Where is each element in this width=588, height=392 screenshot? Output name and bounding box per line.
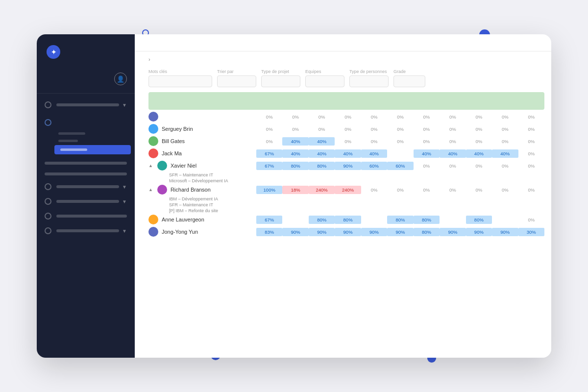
person-name: Bill Gates — [162, 138, 185, 144]
expand-icon[interactable]: ▲ — [148, 187, 153, 192]
person-info: Jong-Yong Yun — [148, 226, 256, 238]
filter-input-equipes[interactable] — [305, 75, 344, 87]
pct-cell: 90% — [335, 162, 361, 170]
pct-cell: 0% — [387, 137, 413, 146]
pct-cell: 0% — [414, 186, 440, 194]
row-data-cols: 100%18%240%240%0%0%0%0%0%0%0% — [256, 186, 544, 194]
sidebar-item-2[interactable] — [37, 158, 135, 169]
user-section[interactable]: 👤 — [37, 68, 135, 94]
pct-cell: 0% — [414, 162, 440, 170]
pct-cell: 60% — [361, 162, 387, 170]
filter-label-trier: Trier par — [217, 69, 256, 74]
person-info: Jack Ma — [148, 147, 256, 159]
filter-mots-cles: Mots clés — [148, 69, 212, 87]
table-row: Bill Gates0%40%40%0%0%0%0%0%0%0%0% — [148, 135, 544, 147]
filter-input-type-projet[interactable] — [261, 75, 300, 87]
pct-cell: 0% — [492, 162, 518, 170]
pct-cell: 0% — [466, 137, 492, 146]
pct-cell: 40% — [335, 149, 361, 158]
pct-cell: 0% — [256, 113, 282, 121]
pct-cell — [282, 216, 308, 224]
pct-cell: 80% — [466, 216, 492, 224]
staffing-sub-1[interactable] — [50, 130, 135, 137]
pct-cell: 67% — [256, 162, 282, 170]
main-header — [135, 34, 551, 51]
sidebar-item-6[interactable] — [37, 209, 135, 223]
weeks-selector[interactable]: › — [135, 51, 551, 65]
filter-input-grade[interactable] — [393, 75, 425, 87]
pct-cell: 240% — [335, 186, 361, 194]
sub-project-label: Microsoft – Développement IA — [148, 178, 544, 184]
sidebar-item-4[interactable]: ▼ — [37, 179, 135, 194]
user-avatar[interactable]: 👤 — [114, 73, 127, 85]
filter-input-trier[interactable] — [217, 75, 256, 87]
pct-cell: 0% — [518, 137, 544, 146]
pct-cell: 80% — [335, 216, 361, 224]
pct-cell: 0% — [518, 125, 544, 133]
pct-cell: 0% — [440, 186, 466, 194]
pct-cell: 90% — [440, 228, 466, 236]
row-data-cols: 83%90%90%90%90%90%80%90%90%90%30% — [256, 228, 544, 236]
pct-cell: 0% — [309, 113, 335, 121]
staffing-sub-2[interactable] — [50, 137, 135, 145]
nav-circle-icon — [45, 183, 51, 190]
nav-bar — [56, 185, 119, 188]
nav-bar — [56, 215, 127, 218]
pct-cell: 18% — [282, 186, 308, 194]
pct-cell: 0% — [361, 113, 387, 121]
pct-cell: 80% — [414, 216, 440, 224]
active-staffing-label — [60, 148, 87, 151]
person-info: Bill Gates — [148, 135, 256, 147]
filter-equipes: Equipes — [305, 69, 344, 87]
pct-cell: 60% — [387, 162, 413, 170]
filter-input-mots-cles[interactable] — [148, 75, 212, 87]
pct-cell — [361, 216, 387, 224]
pct-cell: 90% — [492, 228, 518, 236]
chevron-down-icon: ▼ — [122, 228, 127, 234]
pct-cell: 0% — [518, 186, 544, 194]
pct-cell: 0% — [414, 113, 440, 121]
app-container: ✦ 👤 ▼ — [37, 34, 551, 358]
table-row: ▲Richard Branson100%18%240%240%0%0%0%0%0… — [148, 184, 544, 196]
sidebar-item-1[interactable]: ▼ — [37, 98, 135, 112]
pct-cell: 90% — [282, 228, 308, 236]
table-row: Serguey Brin0%0%0%0%0%0%0%0%0%0%0% — [148, 123, 544, 135]
sidebar-item-3[interactable] — [37, 169, 135, 179]
filter-label-grade: Grade — [393, 69, 425, 74]
pct-cell: 0% — [361, 186, 387, 194]
avatar — [148, 136, 158, 146]
pct-cell: 0% — [414, 137, 440, 146]
chevron-down-icon: ▼ — [122, 184, 127, 190]
person-name: Xavier Niel — [171, 163, 196, 169]
filter-label-equipes: Equipes — [305, 69, 344, 74]
pct-cell: 80% — [282, 162, 308, 170]
pct-cell: 0% — [387, 186, 413, 194]
pct-cell: 0% — [361, 125, 387, 133]
person-name: Jong-Yong Yun — [162, 229, 198, 235]
pct-cell: 100% — [256, 186, 282, 194]
sub-project-label: [P] IBM – Refonte du site — [148, 208, 544, 214]
pct-cell: 90% — [361, 228, 387, 236]
staffing-section-header[interactable] — [37, 115, 135, 130]
avatar — [148, 215, 158, 224]
sub-project-label: SFR – Maintenance IT — [148, 202, 544, 208]
sidebar-item-5[interactable]: ▼ — [37, 194, 135, 209]
filter-grade: Grade — [393, 69, 425, 87]
pct-cell: 0% — [256, 137, 282, 146]
pct-cell — [492, 216, 518, 224]
staffing-sub-items — [37, 130, 135, 154]
pct-cell: 0% — [466, 113, 492, 121]
filter-trier: Trier par — [217, 69, 256, 87]
sidebar-item-7[interactable]: ▼ — [37, 223, 135, 238]
chevron-down-icon: ▼ — [122, 199, 127, 204]
pct-cell: 0% — [492, 113, 518, 121]
pct-cell: 0% — [466, 125, 492, 133]
pct-cell: 0% — [440, 125, 466, 133]
staffing-active-item[interactable] — [54, 145, 131, 154]
filter-input-type-personnes[interactable] — [349, 75, 389, 87]
logo-icon: ✦ — [47, 45, 60, 59]
pct-cell: 0% — [387, 113, 413, 121]
expand-icon[interactable]: ▲ — [148, 163, 153, 168]
row-data-cols: 0%0%0%0%0%0%0%0%0%0%0% — [256, 113, 544, 121]
filter-label-type-personnes: Type de personnes — [349, 69, 389, 74]
